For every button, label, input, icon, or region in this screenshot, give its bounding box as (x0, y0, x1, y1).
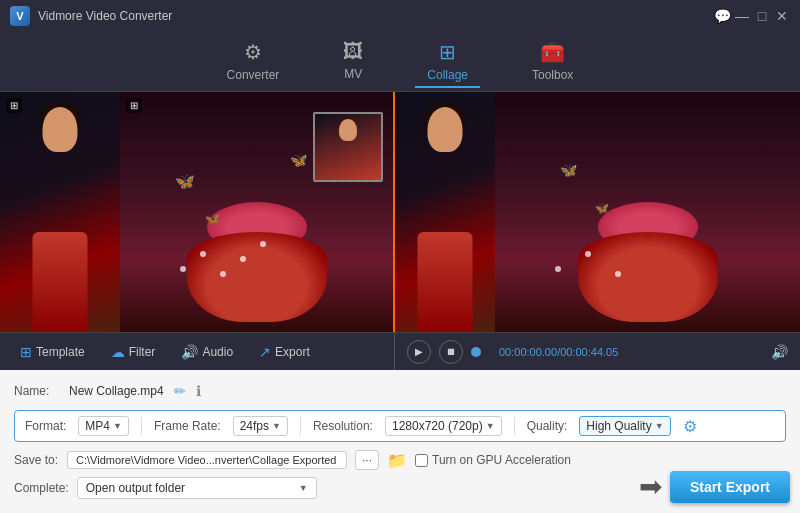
butterfly2: 🦋 (205, 212, 220, 226)
resolution-label: Resolution: (313, 419, 373, 433)
butterfly1: 🦋 (175, 172, 195, 191)
dot3 (220, 271, 226, 277)
play-button[interactable]: ▶ (407, 340, 431, 364)
preview-small-video (395, 92, 495, 332)
cake-video: 🦋 🦋 🦋 (120, 92, 393, 332)
cake-body (187, 232, 327, 322)
export-arrow-icon: ➡ (639, 470, 662, 503)
minimize-btn[interactable]: — (734, 8, 750, 24)
prev-body (418, 232, 473, 332)
dot1 (180, 266, 186, 272)
dot5 (260, 241, 266, 247)
name-label: Name: (14, 384, 59, 398)
resolution-arrow: ▼ (486, 421, 495, 431)
preview-cake: 🦋 🦋 (495, 92, 800, 332)
quality-settings-gear[interactable]: ⚙ (683, 417, 697, 436)
app-title: Vidmore Video Converter (38, 9, 172, 23)
tab-converter-label: Converter (227, 68, 280, 82)
prev-cake-body (578, 232, 718, 322)
butterfly3: 🦋 (290, 152, 307, 168)
tab-toolbox-label: Toolbox (532, 68, 573, 82)
complete-action-value: Open output folder (86, 481, 295, 495)
info-icon[interactable]: ℹ (196, 383, 201, 399)
audio-btn[interactable]: 🔊 Audio (171, 340, 243, 364)
time-total: 00:00:44.05 (560, 346, 618, 358)
tab-mv[interactable]: 🖼 MV (331, 36, 375, 87)
window-controls: 💬 — □ ✕ (714, 8, 790, 24)
audio-icon: 🔊 (181, 344, 198, 360)
export-label: Export (275, 345, 310, 359)
export-btn[interactable]: ↗ Export (249, 340, 320, 364)
tab-converter[interactable]: ⚙ Converter (215, 36, 292, 88)
file-name-value: New Collage.mp4 (69, 384, 164, 398)
start-export-button[interactable]: Start Export (670, 471, 790, 503)
prev-dot1 (555, 266, 561, 272)
folder-icon[interactable]: 📁 (387, 451, 407, 470)
quality-value: High Quality (586, 419, 651, 433)
settings-area: Name: New Collage.mp4 ✏ ℹ Format: MP4 ▼ … (0, 370, 800, 513)
prev-face (428, 107, 463, 152)
sep2 (300, 417, 301, 435)
format-value: MP4 (85, 419, 110, 433)
maximize-btn[interactable]: □ (754, 8, 770, 24)
toolbar-left: ⊞ Template ☁ Filter 🔊 Audio ↗ Export (0, 333, 395, 370)
template-btn[interactable]: ⊞ Template (10, 340, 95, 364)
tab-collage[interactable]: ⊞ Collage (415, 36, 480, 88)
quality-dropdown[interactable]: High Quality ▼ (579, 416, 670, 436)
left-small-video[interactable]: ⊞ (0, 92, 120, 332)
tab-toolbox[interactable]: 🧰 Toolbox (520, 36, 585, 88)
gpu-checkbox[interactable] (415, 454, 428, 467)
edit-name-icon[interactable]: ✏ (174, 383, 186, 399)
sep1 (141, 417, 142, 435)
prev-butterfly2: 🦋 (595, 202, 609, 215)
stop-button[interactable]: ⏹ (439, 340, 463, 364)
save-path-display: C:\Vidmore\Vidmore Video...nverter\Colla… (67, 451, 347, 469)
complete-arrow: ▼ (299, 483, 308, 493)
tab-mv-label: MV (344, 67, 362, 81)
name-row: Name: New Collage.mp4 ✏ ℹ (14, 376, 786, 406)
export-section: ➡ Start Export (639, 470, 790, 503)
close-btn[interactable]: ✕ (774, 8, 790, 24)
save-path-text: C:\Vidmore\Vidmore Video...nverter\Colla… (76, 454, 336, 466)
format-row: Format: MP4 ▼ Frame Rate: 24fps ▼ Resolu… (14, 410, 786, 442)
converter-icon: ⚙ (244, 40, 262, 64)
main-content: ⊞ 🦋 🦋 🦋 (0, 92, 800, 513)
person-video-small (0, 92, 120, 332)
video-badge-main: ⊞ (126, 98, 142, 113)
resolution-value: 1280x720 (720p) (392, 419, 483, 433)
filter-btn[interactable]: ☁ Filter (101, 340, 166, 364)
audio-label: Audio (202, 345, 233, 359)
quality-label: Quality: (527, 419, 568, 433)
quality-arrow: ▼ (655, 421, 664, 431)
time-current: 00:00:00.00 (499, 346, 557, 358)
frame-rate-arrow: ▼ (272, 421, 281, 431)
sep3 (514, 417, 515, 435)
frame-rate-dropdown[interactable]: 24fps ▼ (233, 416, 288, 436)
frame-rate-label: Frame Rate: (154, 419, 221, 433)
complete-action-dropdown[interactable]: Open output folder ▼ (77, 477, 317, 499)
timeline-indicator (471, 347, 481, 357)
prev-dot3 (615, 271, 621, 277)
prev-butterfly1: 🦋 (560, 162, 577, 178)
browse-btn[interactable]: ··· (355, 450, 379, 470)
dot2 (200, 251, 206, 257)
preview-person (395, 92, 495, 332)
dot4 (240, 256, 246, 262)
toolbar-row: ⊞ Template ☁ Filter 🔊 Audio ↗ Export ▶ ⏹… (0, 332, 800, 370)
time-display: 00:00:00.00/00:00:44.05 (499, 346, 618, 358)
complete-label: Complete: (14, 481, 69, 495)
resolution-dropdown[interactable]: 1280x720 (720p) ▼ (385, 416, 502, 436)
tab-collage-label: Collage (427, 68, 468, 82)
gpu-checkbox-row: Turn on GPU Acceleration (415, 453, 571, 467)
volume-icon[interactable]: 🔊 (771, 344, 788, 360)
filter-icon: ☁ (111, 344, 125, 360)
right-preview-panel: 🦋 🦋 (395, 92, 800, 332)
playback-controls: ▶ ⏹ 00:00:00.00/00:00:44.05 🔊 (395, 333, 800, 370)
toolbox-icon: 🧰 (540, 40, 565, 64)
left-main-video[interactable]: 🦋 🦋 🦋 ⊞ (120, 92, 393, 332)
video-panels: ⊞ 🦋 🦋 🦋 (0, 92, 800, 332)
message-btn[interactable]: 💬 (714, 8, 730, 24)
template-label: Template (36, 345, 85, 359)
format-dropdown[interactable]: MP4 ▼ (78, 416, 129, 436)
app-logo: V (10, 6, 30, 26)
